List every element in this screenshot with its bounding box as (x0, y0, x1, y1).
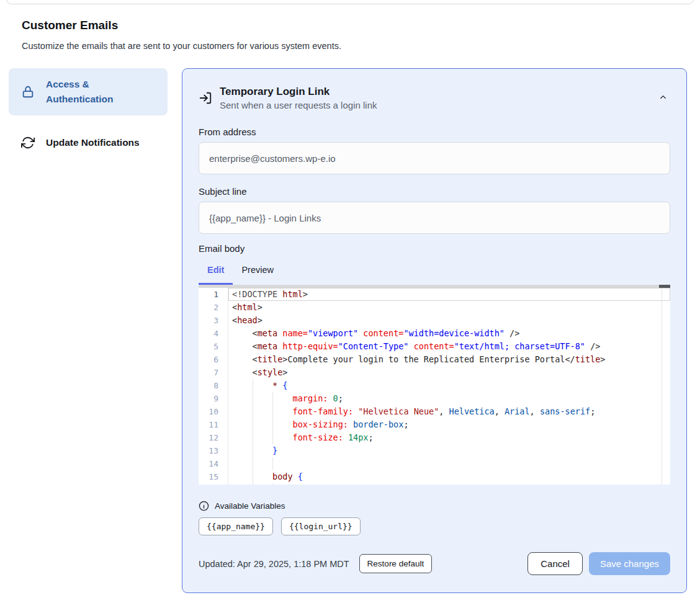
panel-subtitle: Sent when a user requests a login link (220, 100, 377, 110)
info-icon[interactable] (199, 501, 209, 511)
line-number: 9 (199, 392, 228, 405)
line-number: 3 (199, 314, 228, 327)
code-content: background-color: #ffffff; (228, 483, 670, 485)
sidebar: Access & AuthenticationUpdate Notificati… (9, 68, 168, 593)
code-content: <html> (228, 301, 670, 314)
indent-guide (253, 431, 253, 444)
code-line: 14 (199, 457, 670, 470)
tab-edit[interactable]: Edit (199, 265, 233, 285)
indent-guide (253, 470, 253, 483)
available-variables-row: Available Variables (199, 501, 670, 511)
from-address-input[interactable] (199, 142, 670, 174)
sidebar-item-access-authentication[interactable]: Access & Authentication (9, 68, 168, 115)
sidebar-item-label: Access & Authentication (46, 77, 139, 107)
code-line: 1<!DOCTYPE html> (199, 288, 670, 301)
code-line: 6 <title>Complete your login to the Repl… (199, 353, 670, 366)
line-number: 6 (199, 353, 228, 366)
email-body-tabs: EditPreview (199, 265, 670, 285)
line-number: 1 (199, 288, 228, 301)
indent-guide (253, 379, 253, 392)
available-variables-label: Available Variables (215, 501, 285, 511)
line-number: 7 (199, 366, 228, 379)
collapse-button[interactable] (656, 90, 670, 106)
code-content: <!DOCTYPE html> (228, 288, 670, 301)
indent-guide (253, 392, 253, 405)
code-line: 9 margin: 0; (199, 392, 670, 405)
variable-chip[interactable]: {{app_name}} (199, 517, 273, 535)
panel-header: Temporary Login Link Sent when a user re… (199, 85, 670, 110)
previous-panel-bottom-edge (6, 0, 694, 4)
login-icon (199, 91, 212, 105)
indent-guide (272, 392, 273, 405)
line-number: 8 (199, 379, 228, 392)
code-line: 4 <meta name="viewport" content="width=d… (199, 327, 670, 340)
subject-line-input[interactable] (199, 202, 670, 234)
sidebar-item-update-notifications[interactable]: Update Notifications (9, 127, 168, 159)
indent-guide (253, 405, 253, 418)
code-line: 7 <style> (199, 366, 670, 379)
indent-guide (272, 405, 273, 418)
code-line: 3<head> (199, 314, 670, 327)
code-line: 13 } (199, 444, 670, 457)
indent-guide (253, 483, 253, 485)
panel-footer: Updated: Apr 29, 2025, 1:18 PM MDT Resto… (199, 552, 670, 575)
indent-guide (253, 444, 253, 457)
cancel-button[interactable]: Cancel (527, 552, 583, 575)
from-address-label: From address (199, 127, 670, 137)
indent-guide (272, 457, 273, 470)
code-content: <meta http-equiv="Content-Type" content=… (228, 340, 670, 353)
code-line: 16 background-color: #ffffff; (199, 483, 670, 485)
code-line: 15 body { (199, 470, 670, 483)
code-content: <style> (228, 366, 670, 379)
indent-guide (272, 483, 273, 485)
panel-title: Temporary Login Link (220, 85, 377, 98)
footer-actions: Cancel Save changes (527, 552, 670, 575)
code-line: 8 * { (199, 379, 670, 392)
code-content (228, 457, 670, 470)
variable-chip[interactable]: {{login_url}} (281, 517, 361, 535)
code-editor[interactable]: 1<!DOCTYPE html>2<html>3<head>4 <meta na… (199, 285, 670, 485)
page-subtitle: Customize the emails that are sent to yo… (22, 41, 341, 51)
email-body-label: Email body (199, 243, 670, 254)
save-changes-button[interactable]: Save changes (589, 552, 670, 575)
editor-vertical-scrollbar[interactable] (662, 288, 670, 485)
code-content: * { (228, 379, 670, 392)
code-line: 5 <meta http-equiv="Content-Type" conten… (199, 340, 670, 353)
chevron-up-icon (658, 92, 668, 104)
code-line: 10 font-family: "Helvetica Neue", Helvet… (199, 405, 670, 418)
updated-timestamp: Updated: Apr 29, 2025, 1:18 PM MDT (199, 559, 349, 569)
line-number: 16 (199, 483, 228, 485)
subject-line-label: Subject line (199, 186, 670, 197)
line-number: 4 (199, 327, 228, 340)
code-line: 2<html> (199, 301, 670, 314)
code-content: <meta name="viewport" content="width=dev… (228, 327, 670, 340)
content-row: Access & AuthenticationUpdate Notificati… (9, 68, 687, 593)
line-number: 10 (199, 405, 228, 418)
code-content: margin: 0; (228, 392, 670, 405)
lock-icon (21, 85, 35, 99)
indent-guide (272, 431, 273, 444)
indent-guide (272, 418, 273, 431)
line-number: 2 (199, 301, 228, 314)
variable-chips: {{app_name}}{{login_url}} (199, 517, 670, 535)
panel-header-text: Temporary Login Link Sent when a user re… (220, 85, 377, 110)
line-number: 15 (199, 470, 228, 483)
indent-guide (253, 457, 253, 470)
line-number: 11 (199, 418, 228, 431)
indent-guide (253, 418, 253, 431)
tab-preview[interactable]: Preview (233, 265, 282, 285)
code-content: font-family: "Helvetica Neue", Helvetica… (228, 405, 670, 418)
code-content: <head> (228, 314, 670, 327)
sidebar-item-label: Update Notifications (46, 135, 140, 150)
editor-lines: 1<!DOCTYPE html>2<html>3<head>4 <meta na… (199, 288, 670, 485)
code-content: body { (228, 470, 670, 483)
line-number: 14 (199, 457, 228, 470)
temporary-login-link-panel: Temporary Login Link Sent when a user re… (182, 68, 687, 593)
page-title: Customer Emails (22, 19, 118, 32)
code-line: 12 font-size: 14px; (199, 431, 670, 444)
code-content: font-size: 14px; (228, 431, 670, 444)
code-line: 11 box-sizing: border-box; (199, 418, 670, 431)
code-content: box-sizing: border-box; (228, 418, 670, 431)
code-content: } (228, 444, 670, 457)
restore-default-button[interactable]: Restore default (359, 554, 433, 573)
